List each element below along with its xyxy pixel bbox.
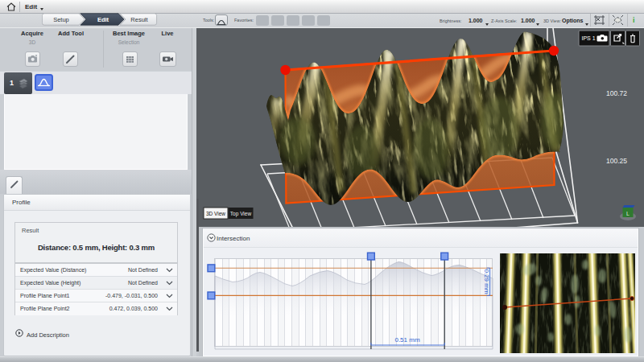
svg-text:Result: Result: [130, 15, 148, 23]
svg-text:100.25: 100.25: [606, 157, 627, 165]
svg-text:Top View: Top View: [230, 211, 252, 217]
svg-text:100.72: 100.72: [606, 89, 627, 97]
svg-text:Setup: Setup: [53, 15, 69, 23]
svg-text:IPS 1: IPS 1: [582, 35, 596, 41]
svg-text:3D View: 3D View: [206, 211, 225, 216]
svg-text:L: L: [626, 211, 630, 216]
svg-text:Edit: Edit: [97, 15, 109, 23]
svg-text:0.51 mm: 0.51 mm: [394, 336, 419, 343]
svg-text:0.29 mm: 0.29 mm: [483, 269, 490, 294]
